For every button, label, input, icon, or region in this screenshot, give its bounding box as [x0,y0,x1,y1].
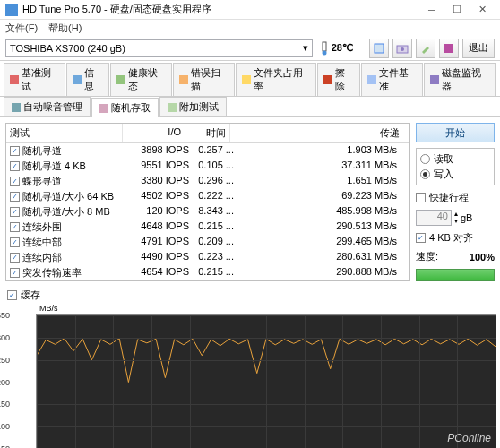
cache-checkbox-row[interactable]: 缓存 [0,287,500,304]
time-value: 0.215 ... [189,220,234,234]
table-row[interactable]: 随机寻道/大小 8 MB120 IOPS8.343 ...485.998 MB/… [6,204,409,220]
table-row[interactable]: 蝶形寻道3380 IOPS0.296 ...1.651 MB/s [6,174,409,189]
minimize-button[interactable]: ─ [419,2,444,18]
tab-label: 文件夹占用率 [254,66,311,93]
chart-wrap: 050100150200250300350 [0,313,500,448]
checkbox-icon[interactable] [10,161,20,171]
fast-checkbox-row[interactable]: 快捷行程 [416,191,495,204]
drive-select[interactable]: TOSHIBA XS700 (240 gB) ▾ [5,39,313,57]
tab-icon [430,75,439,84]
tab-label: 基准测试 [22,66,59,93]
thermometer-icon [320,41,329,56]
io-value: 4502 IOPS [126,190,189,203]
speed-value: 100% [470,252,495,263]
test-name: 随机寻道 [22,144,62,158]
tab-4[interactable]: 文件夹占用率 [236,63,316,96]
size-unit: gB [461,212,472,223]
checkbox-icon[interactable] [10,222,20,232]
tab-icon [323,75,332,84]
io-value: 4648 IOPS [126,220,189,234]
transfer-value: 37.311 MB/s [234,159,406,173]
table-row[interactable]: 连续中部4791 IOPS0.209 ...299.465 MB/s [6,235,409,250]
col-transfer[interactable]: 传递 [230,124,409,142]
checkbox-icon[interactable] [10,146,20,156]
save-button[interactable] [439,39,459,58]
test-name: 随机寻道 4 KB [22,159,86,173]
table-row[interactable]: 随机寻道 4 KB9551 IOPS0.105 ...37.311 MB/s [6,159,409,174]
results-panel: 测试 I/O 时间 传递 随机寻道3898 IOPS0.257 ...1.903… [5,123,410,281]
transfer-value: 299.465 MB/s [234,236,406,249]
test-name: 随机寻道/大小 64 KB [22,190,114,203]
test-name: 蝶形寻道 [22,175,62,188]
y-axis-label: MB/s [0,304,500,313]
align-checkbox-row[interactable]: 4 KB 对齐 [416,231,495,245]
temperature-display: 28℃ [320,41,353,56]
col-time[interactable]: 时间 [185,124,230,142]
start-button[interactable]: 开始 [416,123,495,142]
checkbox-icon[interactable] [10,268,20,278]
menu-help[interactable]: 帮助(H) [48,22,82,35]
tab-icon [99,104,108,113]
screenshot-button[interactable] [392,39,412,58]
clipboard-icon [373,42,385,55]
write-radio-row[interactable]: 写入 [420,168,490,181]
camera-icon [396,42,409,55]
checkbox-icon[interactable] [10,177,20,186]
spinner-icon[interactable]: ▴▾ [454,211,458,225]
tab-3[interactable]: 错误扫描 [173,63,235,96]
radio-icon [420,154,430,164]
col-test[interactable]: 测试 [6,124,123,142]
tab-label: 信息 [84,66,103,93]
tab-2[interactable]: 健康状态 [110,63,172,96]
checkbox-icon[interactable] [10,207,20,217]
time-value: 0.257 ... [189,144,234,158]
tab-5[interactable]: 擦除 [317,63,360,96]
checkbox-icon [7,290,17,300]
menu-bar: 文件(F) 帮助(H) [0,20,500,36]
tab-icon [168,103,177,112]
time-value: 0.296 ... [189,175,234,188]
checkbox-icon[interactable] [10,237,20,247]
subtab-0[interactable]: 自动噪音管理 [4,97,91,116]
maximize-button[interactable]: ☐ [444,2,470,18]
subtab-label: 自动噪音管理 [23,100,82,114]
options-button[interactable] [416,39,435,58]
test-name: 随机寻道/大小 8 MB [22,205,110,219]
tab-7[interactable]: 磁盘监视器 [424,63,496,96]
table-row[interactable]: 随机寻道/大小 64 KB4502 IOPS0.222 ...69.223 MB… [6,189,409,204]
fast-label: 快捷行程 [429,191,469,204]
tab-1[interactable]: 信息 [66,63,109,96]
tab-6[interactable]: 文件基准 [361,63,423,96]
subtab-label: 随机存取 [111,101,151,115]
floppy-icon [443,42,455,55]
close-button[interactable]: ✕ [470,2,495,18]
copy-info-button[interactable] [369,39,389,58]
transfer-value: 485.998 MB/s [234,205,406,219]
side-panel: 开始 读取 写入 快捷行程 40 ▴▾ gB 4 KB 对齐 速度: 100% [416,123,495,281]
subtab-2[interactable]: 附加测试 [159,97,227,116]
table-row[interactable]: 连续外围4648 IOPS0.215 ...290.513 MB/s [6,220,409,235]
checkbox-icon[interactable] [10,192,20,202]
rw-group: 读取 写入 [416,148,495,185]
wrench-icon [419,42,432,55]
subtab-1[interactable]: 随机存取 [91,98,159,117]
transfer-value: 1.903 MB/s [234,144,406,158]
speed-label: 速度: [416,250,438,263]
chart: 050100150200250300350 [36,314,496,448]
time-value: 8.343 ... [189,205,234,219]
transfer-value: 290.888 MB/s [234,266,406,280]
col-io[interactable]: I/O [123,124,185,142]
exit-button[interactable]: 退出 [462,39,495,58]
tab-icon [367,75,376,84]
tab-0[interactable]: 基准测试 [4,63,65,96]
table-row[interactable]: 随机寻道3898 IOPS0.257 ...1.903 MB/s [6,143,409,159]
checkbox-icon[interactable] [10,253,20,263]
menu-file[interactable]: 文件(F) [5,22,38,35]
table-row[interactable]: 连续内部4490 IOPS0.223 ...280.631 MB/s [6,250,409,265]
test-name: 连续中部 [22,236,62,249]
size-row: 40 ▴▾ gB [416,210,495,226]
tab-label: 错误扫描 [191,66,228,93]
read-radio-row[interactable]: 读取 [420,152,490,166]
subtab-label: 附加测试 [179,100,219,114]
table-row[interactable]: 突发传输速率4654 IOPS0.215 ...290.888 MB/s [6,265,409,280]
